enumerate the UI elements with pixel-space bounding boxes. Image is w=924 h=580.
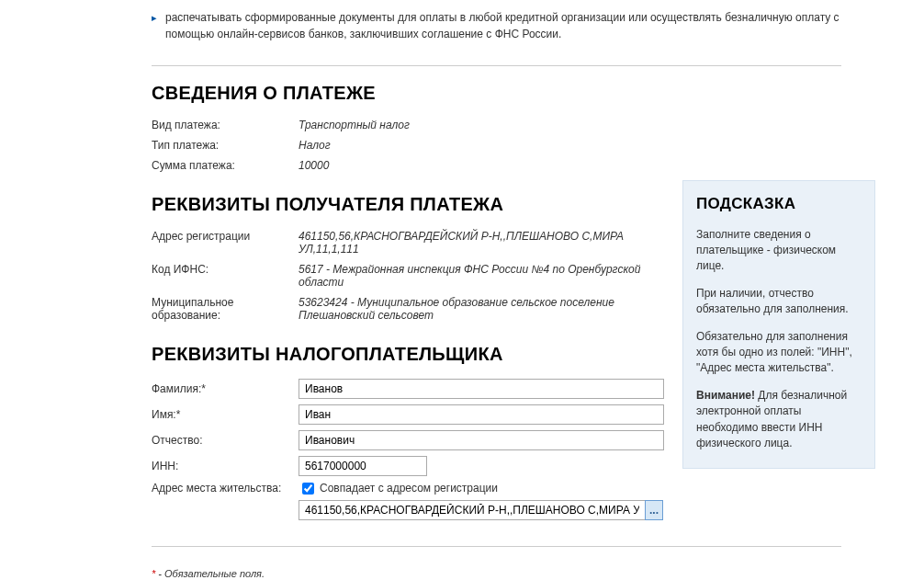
address-picker-button[interactable]: ... — [645, 500, 663, 520]
section-recipient-title: РЕКВИЗИТЫ ПОЛУЧАТЕЛЯ ПЛАТЕЖА — [152, 194, 664, 215]
firstname-label: Имя:* — [152, 408, 299, 421]
inn-input[interactable] — [299, 456, 427, 476]
residence-address-input[interactable] — [299, 500, 646, 520]
recipient-ifns-row: Код ИФНС: 5617 - Межрайонная инспекция Ф… — [152, 259, 664, 292]
recipient-regaddr-row: Адрес регистрации 461150,56,КРАСНОГВАРДЕ… — [152, 226, 664, 259]
divider — [152, 65, 841, 66]
payment-kind-label: Тип платежа: — [152, 139, 299, 152]
inn-label: ИНН: — [152, 460, 299, 472]
hint-p4: Внимание! Для безналичной электронной оп… — [696, 388, 862, 452]
middlename-input[interactable] — [299, 430, 664, 450]
payment-type-value: Транспортный налог — [299, 119, 841, 131]
same-as-reg-checkbox[interactable] — [302, 483, 314, 495]
intro-bullet-text: распечатывать сформированные документы д… — [165, 11, 839, 40]
residence-label: Адрес места жительства: — [152, 482, 299, 495]
hint-box: ПОДСКАЗКА Заполните сведения о плательщи… — [682, 180, 875, 469]
divider-bottom — [152, 546, 841, 547]
intro-bullet: ▸ распечатывать сформированные документы… — [152, 0, 841, 56]
inn-row: ИНН: — [152, 453, 664, 479]
recipient-ifns-value: 5617 - Межрайонная инспекция ФНС России … — [299, 263, 664, 289]
payment-type-row: Вид платежа: Транспортный налог — [152, 115, 841, 135]
hint-title: ПОДСКАЗКА — [696, 193, 862, 216]
firstname-row: Имя:* — [152, 402, 664, 427]
same-as-reg-wrapper[interactable]: Совпадает с адресом регистрации — [302, 482, 498, 495]
lastname-input[interactable] — [299, 379, 664, 399]
payment-kind-value: Налог — [299, 139, 841, 152]
lastname-row: Фамилия:* — [152, 376, 664, 402]
payment-kind-row: Тип платежа: Налог — [152, 135, 841, 155]
firstname-input[interactable] — [299, 404, 664, 425]
hint-p2: При наличии, отчество обязательно для за… — [696, 286, 862, 318]
middlename-label: Отчество: — [152, 434, 299, 447]
hint-p3: Обязательно для заполнения хотя бы одно … — [696, 329, 862, 377]
recipient-muni-row: Муниципальное образование: 53623424 - Му… — [152, 292, 664, 325]
recipient-muni-label: Муниципальное образование: — [152, 296, 299, 322]
residence-check-row: Адрес места жительства: Совпадает с адре… — [152, 479, 664, 497]
required-note: * - Обязательные поля. — [152, 561, 841, 580]
recipient-muni-value: 53623424 - Муниципальное образование сел… — [299, 296, 664, 322]
recipient-regaddr-label: Адрес регистрации — [152, 230, 299, 243]
bullet-icon: ▸ — [152, 10, 157, 26]
recipient-ifns-label: Код ИФНС: — [152, 263, 299, 276]
same-as-reg-label: Совпадает с адресом регистрации — [320, 482, 498, 495]
lastname-label: Фамилия:* — [152, 382, 299, 395]
payment-type-label: Вид платежа: — [152, 119, 299, 131]
hint-p4-bold: Внимание! — [696, 389, 755, 402]
section-taxpayer-title: РЕКВИЗИТЫ НАЛОГОПЛАТЕЛЬЩИКА — [152, 344, 664, 365]
middlename-row: Отчество: — [152, 427, 664, 453]
payment-sum-row: Сумма платежа: 10000 — [152, 155, 841, 176]
section-payment-info-title: СВЕДЕНИЯ О ПЛАТЕЖЕ — [152, 83, 841, 104]
payment-sum-label: Сумма платежа: — [152, 159, 299, 172]
residence-addr-row: ... — [152, 497, 664, 523]
recipient-regaddr-value: 461150,56,КРАСНОГВАРДЕЙСКИЙ Р-Н,,ПЛЕШАНО… — [299, 230, 664, 256]
payment-sum-value: 10000 — [299, 159, 841, 172]
hint-p1: Заполните сведения о плательщике - физич… — [696, 227, 862, 275]
